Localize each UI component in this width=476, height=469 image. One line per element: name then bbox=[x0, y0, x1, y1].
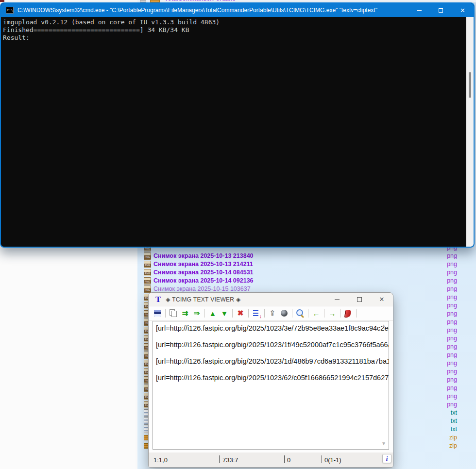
icon-glyph: ✖ bbox=[238, 309, 244, 318]
toolbar-divider bbox=[165, 309, 166, 318]
toolbar-divider bbox=[204, 309, 205, 318]
scroll-up-icon[interactable]: ▲ bbox=[381, 323, 386, 328]
file-extension: png bbox=[429, 343, 457, 350]
move-down-icon[interactable]: ▼ bbox=[219, 308, 230, 318]
toolbar-divider bbox=[356, 309, 357, 318]
file-name: Снимок экрана 2025-10-15 103637 bbox=[153, 285, 251, 292]
save-icon[interactable] bbox=[152, 308, 163, 318]
cmd-window: c:\_ C:\WINDOWS\system32\cmd.exe - "C:\P… bbox=[0, 2, 475, 248]
icon-glyph: ↓ bbox=[259, 313, 262, 319]
viewer-statusbar: 1:1,0 733:7 0 0(1-1) i bbox=[149, 452, 393, 467]
file-extension: png bbox=[429, 318, 457, 325]
file-extension: png bbox=[429, 401, 457, 408]
viewer-text-area[interactable]: [url=http://i126.fastpic.org/big/2025/10… bbox=[153, 321, 389, 450]
file-name: Снимок экрана 2025-10-14 092136 bbox=[153, 277, 254, 284]
viewer-app-icon: T bbox=[155, 295, 161, 304]
delete-line-icon[interactable]: ✖ bbox=[235, 308, 246, 318]
sort-icon[interactable]: ↓ bbox=[251, 308, 262, 318]
png-file-icon bbox=[144, 285, 151, 293]
file-row[interactable]: Снимок экрана 2025-10-13 214211png bbox=[137, 260, 476, 268]
terminal-line: imgupload v0.2.12 (based on core of IU v… bbox=[3, 18, 466, 26]
paste-line-icon[interactable]: ⇒ bbox=[191, 308, 203, 318]
tcimg-text-viewer-window: T ◈ TCIMG TEXT VIEWER ◈ ✕ ⇉⇒▲▼✖↓⇪←→ [url… bbox=[148, 292, 393, 468]
file-extension: png bbox=[429, 368, 457, 375]
file-extension: png bbox=[429, 360, 457, 367]
viewer-text-line: [url=http://i126.fastpic.org/big/2025/10… bbox=[156, 339, 386, 356]
png-file-icon bbox=[144, 277, 151, 285]
file-row[interactable]: Снимок экрана 2025-10-14 084531png bbox=[137, 268, 476, 277]
file-extension: png bbox=[429, 352, 457, 358]
file-extension: png bbox=[429, 393, 457, 400]
move-up-icon[interactable]: ▲ bbox=[207, 308, 219, 318]
png-file-icon bbox=[144, 252, 151, 260]
toolbar-divider bbox=[292, 309, 292, 318]
icon-glyph: ⇒ bbox=[194, 309, 200, 318]
viewer-text-line: [url=http://i126.fastpic.org/big/2025/10… bbox=[156, 356, 386, 372]
file-extension: txt bbox=[429, 426, 457, 433]
file-extension: png bbox=[429, 376, 457, 383]
file-extension: png bbox=[429, 335, 457, 342]
maximize-button[interactable] bbox=[348, 293, 371, 306]
maximize-button[interactable] bbox=[430, 3, 452, 17]
globe-icon[interactable] bbox=[278, 308, 290, 318]
info-button[interactable]: i bbox=[382, 454, 391, 463]
viewer-text-line: [url=http://i126.fastpic.org/big/2025/10… bbox=[156, 323, 386, 339]
file-name: Снимок экрана 2025-10-13 213840 bbox=[153, 252, 254, 259]
file-extension: png bbox=[429, 294, 457, 301]
file-extension: png bbox=[429, 252, 457, 259]
toolbar-divider bbox=[248, 309, 249, 318]
toolbar-divider bbox=[264, 309, 265, 318]
toolbar-divider bbox=[232, 309, 233, 318]
file-row[interactable]: Снимок экрана 2025-10-13 213840png bbox=[137, 252, 476, 260]
png-file-icon bbox=[144, 269, 151, 276]
file-extension: png bbox=[429, 302, 457, 309]
icon-glyph: ▲ bbox=[209, 309, 217, 318]
status-divider bbox=[322, 455, 322, 463]
viewer-toolbar: ⇉⇒▲▼✖↓⇪←→ bbox=[149, 306, 393, 320]
cmd-scrollbar[interactable] bbox=[466, 17, 474, 247]
cmd-scrollbar-thumb[interactable] bbox=[469, 72, 471, 98]
scroll-down-icon[interactable]: ▼ bbox=[381, 441, 386, 446]
status-lines: 0(1-1) bbox=[324, 456, 341, 464]
export-icon[interactable]: ⇪ bbox=[267, 308, 278, 318]
icon-glyph: ▼ bbox=[221, 309, 228, 318]
file-extension: png bbox=[429, 327, 457, 334]
status-selection: 0 bbox=[287, 456, 290, 464]
search-icon[interactable] bbox=[294, 308, 306, 318]
file-name: Снимок экрана 2025-10-13 214211 bbox=[153, 261, 253, 268]
toolbar-divider bbox=[340, 309, 340, 318]
cmd-window-title: C:\WINDOWS\system32\cmd.exe - "C:\Portab… bbox=[17, 7, 408, 14]
goto-next-icon[interactable]: → bbox=[326, 308, 338, 318]
status-size: 733:7 bbox=[222, 456, 238, 464]
icon-glyph: ← bbox=[313, 309, 320, 318]
copy-lines-icon[interactable]: ⇉ bbox=[179, 308, 191, 318]
background-window-corner bbox=[0, 0, 4, 2]
terminal-output[interactable]: imgupload v0.2.12 (based on core of IU v… bbox=[1, 17, 466, 247]
viewer-titlebar[interactable]: T ◈ TCIMG TEXT VIEWER ◈ ✕ bbox=[149, 293, 393, 306]
viewer-window-title: ◈ TCIMG TEXT VIEWER ◈ bbox=[166, 296, 326, 303]
cmd-titlebar[interactable]: c:\_ C:\WINDOWS\system32\cmd.exe - "C:\P… bbox=[1, 3, 474, 17]
close-button[interactable]: ✕ bbox=[452, 3, 474, 17]
viewer-text-line: [url=http://i126.fastpic.org/big/2025/10… bbox=[156, 372, 386, 389]
minimize-button[interactable] bbox=[408, 3, 430, 17]
terminal-line: Finished============================] 34… bbox=[3, 26, 466, 34]
log-icon[interactable] bbox=[342, 308, 354, 318]
goto-prev-icon[interactable]: ← bbox=[310, 308, 322, 318]
file-extension: txt bbox=[429, 409, 457, 416]
copy-icon[interactable] bbox=[168, 308, 179, 318]
file-extension: png bbox=[429, 261, 457, 268]
png-file-icon bbox=[144, 261, 151, 268]
status-divider bbox=[219, 455, 220, 463]
file-extension: png bbox=[429, 285, 457, 292]
file-extension: zip bbox=[429, 434, 457, 441]
file-row[interactable]: Снимок экрана 2025-10-14 092136png bbox=[137, 277, 476, 285]
close-button[interactable]: ✕ bbox=[371, 293, 393, 306]
file-extension: txt bbox=[429, 418, 457, 424]
terminal-line: Result: bbox=[3, 34, 466, 42]
toolbar-divider bbox=[324, 309, 324, 318]
icon-glyph: → bbox=[329, 309, 336, 318]
minimize-button[interactable] bbox=[326, 293, 348, 306]
status-cursor-position: 1:1,0 bbox=[153, 456, 168, 464]
file-extension: png bbox=[429, 310, 457, 317]
file-extension: png bbox=[429, 277, 457, 284]
